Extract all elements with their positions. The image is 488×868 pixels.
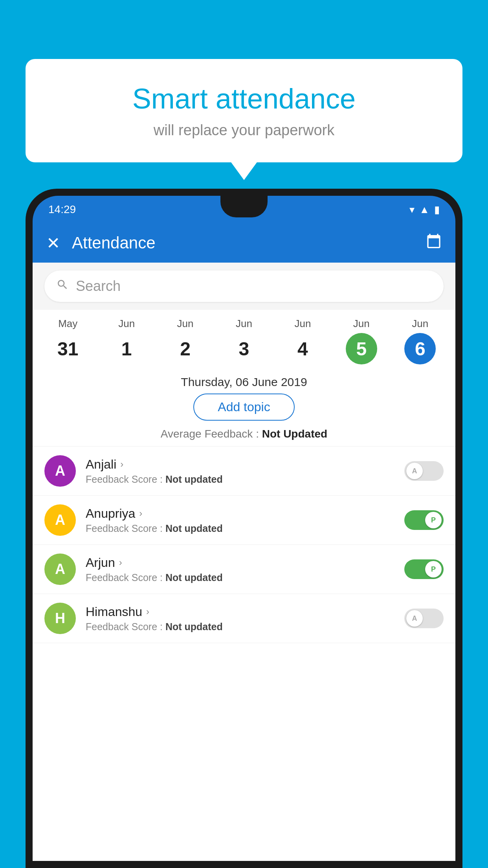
date-col[interactable]: Jun3 [215, 318, 273, 364]
date-number: 2 [170, 333, 201, 364]
date-number: 4 [287, 333, 318, 364]
feedback-score: Feedback Score : Not updated [86, 621, 394, 633]
student-info: Himanshu ›Feedback Score : Not updated [86, 605, 394, 633]
student-list: AAnjali ›Feedback Score : Not updatedAAA… [33, 447, 455, 643]
status-bar: 14:29 ▾ ▲ ▮ [33, 196, 455, 223]
bubble-title: Smart attendance [57, 83, 431, 115]
calendar-icon[interactable] [426, 233, 442, 253]
bubble-subtitle: will replace your paperwork [57, 122, 431, 139]
date-col[interactable]: Jun1 [97, 318, 156, 364]
speech-bubble: Smart attendance will replace your paper… [26, 59, 462, 162]
attendance-toggle[interactable]: P [404, 510, 444, 530]
avatar: A [44, 455, 76, 487]
avg-feedback: Average Feedback : Not Updated [33, 428, 455, 446]
signal-icon: ▲ [419, 204, 429, 216]
search-bar-container: Search [33, 263, 455, 310]
toggle-wrap[interactable]: A [404, 609, 444, 628]
chevron-icon: › [146, 606, 149, 617]
date-month: Jun [294, 318, 311, 330]
toggle-thumb: A [406, 463, 423, 479]
date-number: 5 [346, 333, 377, 364]
date-col[interactable]: Jun6 [391, 318, 449, 364]
chevron-icon: › [120, 459, 123, 470]
student-name: Anupriya › [86, 506, 394, 521]
app-bar: ✕ Attendance [33, 223, 455, 263]
student-item[interactable]: AAnjali ›Feedback Score : Not updatedA [33, 447, 455, 496]
attendance-toggle[interactable]: A [404, 461, 444, 481]
date-col[interactable]: Jun2 [156, 318, 215, 364]
date-col[interactable]: Jun4 [273, 318, 332, 364]
battery-icon: ▮ [434, 204, 440, 216]
feedback-score: Feedback Score : Not updated [86, 474, 394, 485]
attendance-toggle[interactable]: P [404, 559, 444, 579]
add-topic-button[interactable]: Add topic [193, 394, 294, 421]
toggle-wrap[interactable]: P [404, 510, 444, 530]
status-time: 14:29 [48, 203, 76, 216]
search-icon [56, 278, 69, 294]
content-area: Search May31Jun1Jun2Jun3Jun4Jun5Jun6 Thu… [33, 263, 455, 861]
student-info: Anjali ›Feedback Score : Not updated [86, 457, 394, 485]
phone-inner: 14:29 ▾ ▲ ▮ ✕ Attendance [33, 196, 455, 861]
date-month: Jun [177, 318, 194, 330]
date-month: Jun [353, 318, 370, 330]
date-number: 3 [228, 333, 260, 364]
student-info: Anupriya ›Feedback Score : Not updated [86, 506, 394, 534]
search-bar[interactable]: Search [44, 270, 444, 302]
date-selector: May31Jun1Jun2Jun3Jun4Jun5Jun6 [33, 310, 455, 368]
toggle-thumb: A [406, 610, 423, 627]
toggle-wrap[interactable]: A [404, 461, 444, 481]
avatar: A [44, 504, 76, 536]
close-button[interactable]: ✕ [46, 234, 60, 253]
feedback-score: Feedback Score : Not updated [86, 572, 394, 583]
date-month: Jun [412, 318, 428, 330]
date-number: 1 [111, 333, 142, 364]
chevron-icon: › [139, 508, 142, 519]
student-item[interactable]: AAnupriya ›Feedback Score : Not updatedP [33, 496, 455, 545]
search-placeholder: Search [76, 278, 121, 294]
student-name: Arjun › [86, 555, 394, 570]
date-number: 6 [404, 333, 436, 364]
avg-feedback-label: Average Feedback : [161, 428, 259, 440]
date-col[interactable]: Jun5 [332, 318, 391, 364]
phone-frame: 14:29 ▾ ▲ ▮ ✕ Attendance [26, 189, 462, 868]
toggle-thumb: P [425, 561, 442, 577]
chevron-icon: › [119, 557, 122, 568]
avg-feedback-value: Not Updated [262, 428, 327, 440]
date-col[interactable]: May31 [39, 318, 97, 364]
student-name: Himanshu › [86, 605, 394, 619]
date-number: 31 [52, 333, 84, 364]
student-info: Arjun ›Feedback Score : Not updated [86, 555, 394, 583]
app-bar-title: Attendance [72, 234, 414, 252]
date-month: May [58, 318, 77, 330]
date-month: Jun [118, 318, 135, 330]
date-month: Jun [236, 318, 252, 330]
avatar: H [44, 603, 76, 634]
student-item[interactable]: AArjun ›Feedback Score : Not updatedP [33, 545, 455, 594]
selected-date-label: Thursday, 06 June 2019 [33, 368, 455, 394]
wifi-icon: ▾ [409, 204, 415, 216]
avatar: A [44, 554, 76, 585]
feedback-score: Feedback Score : Not updated [86, 523, 394, 534]
toggle-wrap[interactable]: P [404, 559, 444, 579]
status-icons: ▾ ▲ ▮ [409, 204, 440, 216]
attendance-toggle[interactable]: A [404, 609, 444, 628]
notch [220, 196, 268, 217]
student-name: Anjali › [86, 457, 394, 472]
student-item[interactable]: HHimanshu ›Feedback Score : Not updatedA [33, 594, 455, 643]
speech-bubble-container: Smart attendance will replace your paper… [26, 59, 462, 162]
toggle-thumb: P [425, 512, 442, 528]
